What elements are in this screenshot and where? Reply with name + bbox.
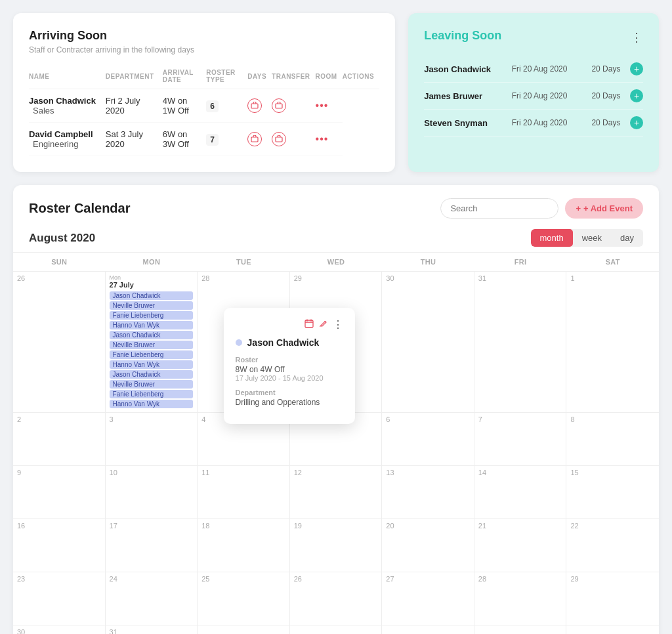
mon27-day: Mon (110, 274, 121, 281)
cal-event[interactable]: Hanno Van Wyk (110, 400, 194, 408)
svg-rect-4 (305, 320, 313, 328)
leaving-date: Fri 20 Aug 2020 (512, 83, 587, 110)
more-icon[interactable]: ⋮ (333, 318, 343, 331)
add-event-button[interactable]: + + Add Event (565, 198, 643, 219)
row-arrival: Sat 3 July 2020 (106, 123, 163, 156)
popup-card: ⋮ Jason Chadwick Roster 8W on 4W Off 17 … (224, 308, 355, 424)
cal-cell: 21 (474, 519, 567, 572)
leaving-more-icon[interactable]: ⋮ (631, 30, 643, 45)
transfer-icon[interactable] (247, 132, 262, 146)
cal-event[interactable]: Fanie Liebenberg (110, 311, 194, 320)
cal-event[interactable]: Hanno Van Wyk (110, 360, 194, 369)
cal-cell: 29 (566, 572, 659, 625)
col-name: NAME (29, 66, 106, 89)
cal-event[interactable]: Jason Chadwick (110, 291, 194, 300)
cal-event[interactable]: Hanno Van Wyk (110, 321, 194, 329)
popup-roster-label: Roster (236, 356, 343, 364)
cal-event[interactable]: Jason Chadwick (110, 331, 194, 339)
cal-cell: 15 (566, 466, 659, 518)
cal-cell: 24 (106, 572, 198, 625)
cal-cell: 6 (382, 413, 474, 465)
leaving-add[interactable]: + (625, 83, 643, 110)
cal-month-label: August 2020 (29, 232, 95, 245)
view-day-button[interactable]: day (611, 229, 643, 247)
cal-cell-num: 31 (478, 274, 562, 282)
leaving-add[interactable]: + (625, 56, 643, 83)
leaving-soon-panel: Leaving Soon ⋮ Jason Chadwick Fri 20 Aug… (408, 13, 659, 172)
leaving-header: Leaving Soon ⋮ (424, 29, 643, 45)
col-days: DAYS (247, 66, 272, 89)
actions-dots[interactable]: ••• (316, 100, 329, 111)
col-roster: ROSTER TYPE (206, 66, 247, 89)
search-input[interactable] (440, 198, 558, 219)
svg-rect-3 (276, 137, 282, 142)
room-icon[interactable] (272, 132, 286, 146)
edit-icon[interactable] (319, 320, 327, 330)
cal-cell (566, 625, 659, 634)
cal-cell: 31 (474, 272, 567, 412)
calendar-panel: Roster Calendar + + Add Event August 202… (13, 185, 659, 634)
cal-event[interactable]: Fanie Liebenberg (110, 390, 194, 398)
cal-cell: 22 (566, 519, 659, 572)
cal-cell: 9 (13, 466, 106, 518)
row-actions[interactable]: ••• (316, 89, 343, 123)
cal-cell: 23 (13, 572, 106, 625)
day-header-fri: Fri (474, 253, 567, 271)
row-room[interactable] (272, 89, 315, 123)
add-button[interactable]: + (630, 89, 643, 102)
room-icon[interactable] (272, 98, 286, 113)
col-dept: DEPARTMENT (106, 66, 163, 89)
cal-event[interactable]: Neville Bruwer (110, 380, 194, 389)
svg-rect-2 (251, 137, 258, 142)
cal-event[interactable]: Fanie Liebenberg (110, 350, 194, 359)
add-event-label: + Add Event (583, 203, 633, 213)
cal-cell: 14 (474, 466, 567, 518)
leaving-days: 20 Days (587, 83, 625, 110)
cal-cell: 7 (474, 413, 567, 465)
leaving-title: Leaving Soon (424, 29, 501, 43)
popup-dept-value: Drilling and Opperations (236, 398, 343, 407)
cal-cell: 11 (198, 466, 290, 518)
row-days: 7 (206, 123, 247, 156)
row-transfer[interactable] (247, 89, 272, 123)
cal-cell-num: 28 (201, 274, 285, 282)
cal-cell-mon27: Mon 27 July Jason Chadwick Neville Bruwe… (106, 272, 198, 412)
cal-cell: 3 (106, 413, 198, 465)
calendar-title: Roster Calendar (29, 201, 131, 216)
cal-cell: 25 (198, 572, 290, 625)
plus-icon: + (576, 203, 581, 213)
leaving-date: Fri 20 Aug 2020 (512, 110, 587, 137)
actions-dots[interactable]: ••• (316, 133, 329, 144)
cal-week: 30 31 (13, 625, 659, 634)
view-month-button[interactable]: month (531, 229, 573, 247)
arriving-subtitle: Staff or Contracter arriving in the foll… (29, 45, 379, 54)
row-roster: 4W on 1W Off (163, 89, 206, 123)
leaving-name: Steven Snyman (424, 110, 512, 137)
cal-cell: 8 (566, 413, 659, 465)
cal-cell: 26 (290, 572, 383, 625)
row-room[interactable] (272, 123, 315, 156)
day-header-sun: Sun (13, 253, 106, 271)
add-button[interactable]: + (630, 62, 643, 75)
cal-week: 9 10 11 12 13 14 15 (13, 466, 659, 519)
cal-event[interactable]: Neville Bruwer (110, 301, 194, 310)
day-header-thu: Thu (382, 253, 474, 271)
row-actions[interactable]: ••• (316, 123, 343, 156)
popup-dept-label: Department (236, 389, 343, 396)
transfer-icon[interactable] (247, 98, 262, 113)
cal-cell: 16 (13, 519, 106, 572)
view-week-button[interactable]: week (573, 229, 611, 247)
leaving-add[interactable]: + (625, 110, 643, 137)
cal-cell: 10 (106, 466, 198, 518)
add-button[interactable]: + (630, 116, 643, 129)
cal-days-header: Sun Mon Tue Wed Thu Fri Sat (13, 252, 659, 272)
cal-month-nav: August 2020 month week day (13, 219, 659, 252)
popup-overlay: ⋮ Jason Chadwick Roster 8W on 4W Off 17 … (224, 308, 355, 424)
cal-event[interactable]: Neville Bruwer (110, 341, 194, 349)
leaving-name: Jason Chadwick (424, 56, 512, 83)
calendar-icon[interactable] (304, 319, 314, 330)
cal-event[interactable]: Jason Chadwick (110, 370, 194, 379)
row-transfer[interactable] (247, 123, 272, 156)
arriving-soon-panel: Arriving Soon Staff or Contracter arrivi… (13, 13, 395, 172)
search-add-row: + + Add Event (440, 198, 643, 219)
